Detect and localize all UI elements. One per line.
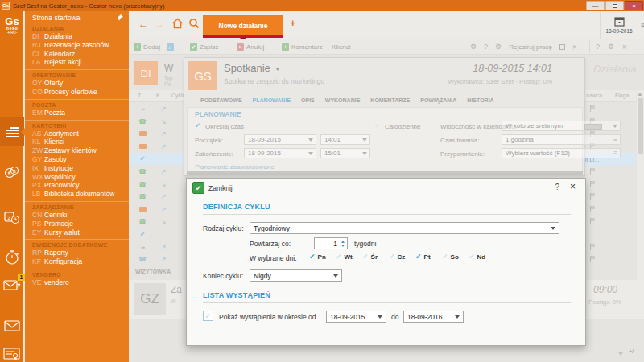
inbox-icon[interactable]: 1 xyxy=(0,278,24,294)
column-cycle[interactable]: Cykli xyxy=(171,93,184,98)
clients-button[interactable]: Klienci xyxy=(332,39,351,55)
sidebar-item-px[interactable]: PXPracownicy xyxy=(25,181,129,190)
sidebar-item-rj[interactable]: RJRezerwacje zasobów xyxy=(25,41,129,50)
gear-icon[interactable]: ⚙ xyxy=(495,43,502,51)
search-icon[interactable] xyxy=(188,18,200,32)
check-icon[interactable]: ✔ xyxy=(195,121,200,130)
sidebar-item-rp[interactable]: RPRaporty xyxy=(25,249,129,257)
start-date-select[interactable]: 18-09-2015 xyxy=(244,134,316,145)
sidebar-item-ve[interactable]: VEvendero xyxy=(25,278,129,287)
day-checkbox-cz[interactable]: ✔Cz xyxy=(389,253,415,261)
close-button[interactable]: × xyxy=(625,1,643,10)
support-icon[interactable]: ⚙ xyxy=(470,43,477,51)
tab-historia[interactable]: HISTORIA xyxy=(467,97,493,103)
show-occurrences-checkbox[interactable]: ✔ xyxy=(203,311,213,321)
table-row[interactable]: ●●↗ xyxy=(132,241,188,253)
hamburger-menu-icon[interactable] xyxy=(0,117,24,137)
new-tab-button[interactable]: + xyxy=(290,17,296,29)
table-row[interactable]: ↗ xyxy=(132,204,188,216)
maximize-icon[interactable] xyxy=(559,44,565,50)
currency-coins-icon[interactable]: €$ xyxy=(0,166,24,179)
mail-icon[interactable] xyxy=(0,320,24,331)
vertical-scrollbar[interactable] xyxy=(637,90,644,293)
sidebar-item-home[interactable]: Strona startowa xyxy=(25,11,129,23)
start-time-select[interactable]: 14:01 xyxy=(320,134,370,145)
minimize-button[interactable]: — xyxy=(586,1,605,10)
day-checkbox-śr[interactable]: ✔Śr xyxy=(362,253,389,261)
sidebar-item-ix[interactable]: IXInstytucje xyxy=(25,164,129,173)
end-date-select[interactable]: 18-09-2015 xyxy=(244,148,316,158)
visibility-select[interactable]: W kolorze srebrnym xyxy=(502,121,621,131)
restore-button[interactable] xyxy=(605,1,624,10)
repeat-stepper[interactable]: 1 xyxy=(314,237,348,249)
tab-wykonanie[interactable]: WYKONANIE xyxy=(325,97,361,103)
occurrence-to-select[interactable]: 18-09-2016 xyxy=(403,311,464,323)
cycle-type-select[interactable]: Tygodniowy xyxy=(250,222,559,234)
cancel-button[interactable]: × Anuluj xyxy=(237,39,264,55)
spin-down-icon[interactable] xyxy=(341,245,345,247)
table-row[interactable]: ☎↘ xyxy=(132,216,188,228)
gear-icon[interactable]: ⚙ xyxy=(608,43,614,51)
sidebar-item-ps[interactable]: PSPromocje xyxy=(25,220,129,228)
collapse-icon[interactable] xyxy=(618,352,623,356)
activity-title[interactable]: Spotkanie xyxy=(224,62,270,74)
day-checkbox-so[interactable]: ✔So xyxy=(442,253,469,261)
register-work-button[interactable]: Rejestruj pracę xyxy=(509,43,552,51)
sidebar-item-kl[interactable]: KLKlienci xyxy=(25,138,129,146)
sidebar-item-oy[interactable]: OYOferty xyxy=(25,79,129,88)
table-row[interactable]: ☎↗ xyxy=(132,253,188,265)
sidebar-item-kf[interactable]: KFKonfiguracja xyxy=(25,257,129,266)
date-widget[interactable]: 18-09-2015 xyxy=(600,11,638,39)
occurrence-from-select[interactable]: 18-09-2015 xyxy=(326,311,386,323)
table-row[interactable]: ●●↗ xyxy=(132,103,188,115)
plus-minus-control[interactable]: +/- xyxy=(629,348,635,354)
close-icon[interactable]: × xyxy=(622,43,627,51)
sidebar-item-lb[interactable]: LBBiblioteka dokumentów xyxy=(25,190,129,199)
table-row[interactable]: ☎↘ xyxy=(132,179,188,191)
table-row[interactable]: ☎↗ xyxy=(132,191,188,203)
tab-planowanie[interactable]: PLANOWANIE xyxy=(253,97,291,103)
column-k[interactable]: K xyxy=(156,93,160,98)
tab-komentarze[interactable]: KOMENTARZE xyxy=(370,97,410,103)
sidebar-item-zw[interactable]: ZWZestawy klientów xyxy=(25,146,129,155)
table-row[interactable]: ☎↘ xyxy=(132,116,188,128)
advanced-planning-link[interactable]: Planowanie zaawansowane xyxy=(195,163,275,171)
close-icon[interactable]: × xyxy=(570,181,576,192)
table-row[interactable]: ☎↗ xyxy=(132,166,188,178)
sidebar-item-cn[interactable]: CNCenniki xyxy=(25,211,129,220)
tab-wizytowka[interactable]: WIZYTÓWKA xyxy=(135,269,171,274)
comment-button[interactable]: + Komentarz xyxy=(282,39,323,55)
help-icon[interactable]: ? xyxy=(596,43,600,51)
add-button[interactable]: + Dodaj xyxy=(134,39,160,55)
table-row[interactable]: ✔ xyxy=(132,228,188,241)
table-row[interactable]: ✔ xyxy=(132,153,188,165)
calodzienne-checkbox[interactable]: Całodzienne xyxy=(385,123,420,130)
table-row[interactable]: ↗ xyxy=(132,141,188,153)
stopwatch-icon[interactable] xyxy=(0,249,24,265)
reminder-field[interactable]: Wybierz wartość (F12) ≡ xyxy=(502,148,621,158)
sidebar-item-ey[interactable]: EYKursy walut xyxy=(25,228,129,237)
check-icon[interactable]: ✔ xyxy=(374,121,380,130)
okreslaj-czas-checkbox[interactable]: Określaj czas xyxy=(205,123,244,130)
day-checkbox-pn[interactable]: ✔Pn xyxy=(309,253,336,261)
toolbar-search-button[interactable]: ⌕ xyxy=(167,39,174,55)
sidebar-item-la[interactable]: LARejestr akcji xyxy=(25,58,129,67)
calendar-clock-icon[interactable]: 2 xyxy=(0,211,24,224)
help-icon[interactable]: ? xyxy=(484,43,488,51)
day-checkbox-pt[interactable]: ✔Pt xyxy=(415,253,442,261)
home-icon[interactable] xyxy=(171,18,184,32)
scroll-up-icon[interactable] xyxy=(638,93,642,96)
sidebar-item-gy[interactable]: GYZasoby xyxy=(25,155,129,164)
sidebar-item-co[interactable]: COProcesy ofertowe xyxy=(25,88,129,97)
scrollbar-thumb[interactable] xyxy=(638,98,643,154)
duration-field[interactable]: 1 godzina ≡ xyxy=(502,134,621,145)
menu-lines-icon[interactable]: ≡ xyxy=(641,21,644,29)
zamknij-button[interactable]: ✔ Zamknij xyxy=(192,182,233,194)
spin-up-icon[interactable] xyxy=(341,241,345,243)
menu-icon[interactable]: ≡ xyxy=(613,136,617,143)
column-t[interactable]: T xyxy=(138,93,141,98)
tab-powiązania[interactable]: POWIĄZANIA xyxy=(420,97,456,103)
close-icon[interactable]: × xyxy=(572,43,577,51)
sidebar-item-wx[interactable]: WXWspólnicy xyxy=(25,173,129,182)
license-icon[interactable] xyxy=(0,348,24,361)
